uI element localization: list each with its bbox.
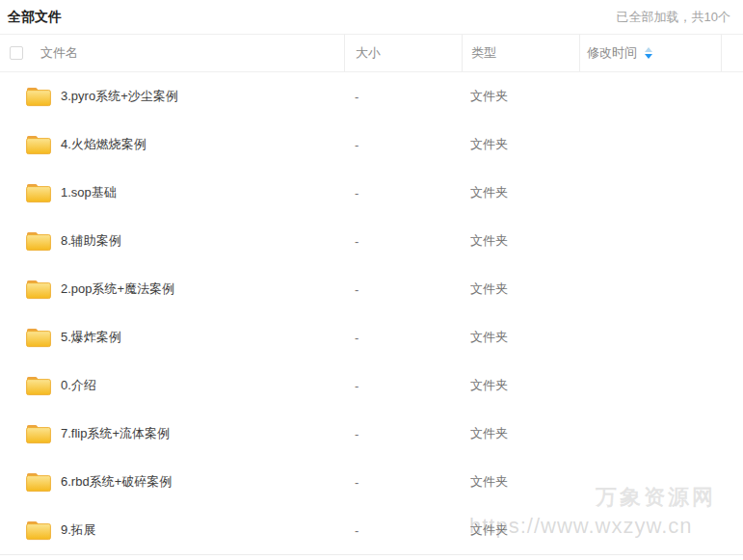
file-type: 文件夹 bbox=[462, 521, 579, 539]
file-name-cell: 7.flip系统+流体案例 bbox=[0, 422, 344, 445]
folder-icon bbox=[25, 374, 52, 397]
file-name[interactable]: 5.爆炸案例 bbox=[61, 329, 121, 346]
column-header-modified-label: 修改时间 bbox=[587, 44, 637, 62]
file-type: 文件夹 bbox=[462, 425, 579, 442]
file-size: - bbox=[344, 234, 462, 249]
file-size: - bbox=[344, 523, 462, 538]
folder-icon bbox=[25, 326, 52, 349]
sort-carets-icon[interactable] bbox=[645, 47, 652, 59]
file-row[interactable]: 5.爆炸案例 - 文件夹 bbox=[0, 313, 743, 361]
caret-down-icon bbox=[645, 54, 652, 59]
file-name-cell: 6.rbd系统+破碎案例 bbox=[0, 470, 344, 493]
topbar: 全部文件 已全部加载，共10个 bbox=[0, 0, 743, 34]
file-row[interactable]: 3.pyro系统+沙尘案例 - 文件夹 bbox=[0, 72, 743, 120]
select-all-cell bbox=[0, 35, 29, 71]
file-size: - bbox=[344, 90, 462, 104]
file-size: - bbox=[344, 331, 462, 345]
file-name[interactable]: 7.flip系统+流体案例 bbox=[61, 425, 170, 442]
file-type: 文件夹 bbox=[462, 232, 579, 250]
column-header-modified[interactable]: 修改时间 bbox=[579, 35, 721, 71]
file-name[interactable]: 0.介绍 bbox=[61, 377, 96, 394]
folder-icon bbox=[25, 85, 52, 108]
folder-icon bbox=[25, 519, 52, 542]
table-header: 文件名 大小 类型 修改时间 bbox=[0, 34, 743, 72]
column-header-name-label: 文件名 bbox=[40, 44, 78, 62]
file-name[interactable]: 4.火焰燃烧案例 bbox=[61, 136, 146, 153]
file-type: 文件夹 bbox=[462, 329, 579, 346]
file-name[interactable]: 1.sop基础 bbox=[61, 184, 117, 201]
file-name[interactable]: 9.拓展 bbox=[61, 521, 96, 539]
file-name-cell: 1.sop基础 bbox=[0, 181, 344, 204]
file-name-cell: 2.pop系统+魔法案例 bbox=[0, 278, 344, 301]
file-type: 文件夹 bbox=[462, 136, 579, 153]
file-size: - bbox=[344, 282, 462, 297]
file-row[interactable]: 9.拓展 - 文件夹 bbox=[0, 506, 743, 554]
file-size: - bbox=[344, 475, 462, 490]
column-header-name[interactable]: 文件名 bbox=[29, 35, 344, 71]
file-row[interactable]: 4.火焰燃烧案例 - 文件夹 bbox=[0, 120, 743, 169]
column-header-type-label: 类型 bbox=[471, 44, 496, 62]
file-size: - bbox=[344, 186, 462, 200]
file-size: - bbox=[344, 427, 462, 441]
folder-icon bbox=[25, 470, 52, 493]
file-type: 文件夹 bbox=[462, 184, 579, 201]
file-row[interactable]: 0.介绍 - 文件夹 bbox=[0, 361, 743, 410]
file-name-cell: 9.拓展 bbox=[0, 519, 344, 542]
file-type: 文件夹 bbox=[462, 473, 579, 491]
file-name[interactable]: 3.pyro系统+沙尘案例 bbox=[61, 88, 178, 105]
folder-icon bbox=[25, 278, 52, 301]
file-size: - bbox=[344, 379, 462, 393]
file-row[interactable]: 7.flip系统+流体案例 - 文件夹 bbox=[0, 410, 743, 458]
page-title: 全部文件 bbox=[8, 9, 62, 26]
column-header-extra bbox=[721, 35, 743, 71]
file-name-cell: 8.辅助案例 bbox=[0, 229, 344, 253]
folder-icon bbox=[25, 181, 52, 204]
folder-icon bbox=[25, 229, 52, 253]
file-name[interactable]: 6.rbd系统+破碎案例 bbox=[61, 473, 172, 491]
file-manager-page: 全部文件 已全部加载，共10个 文件名 大小 类型 修改时间 bbox=[0, 0, 743, 560]
file-name-cell: 3.pyro系统+沙尘案例 bbox=[0, 85, 344, 108]
file-type: 文件夹 bbox=[462, 280, 579, 298]
file-size: - bbox=[344, 138, 462, 152]
load-status: 已全部加载，共10个 bbox=[617, 9, 730, 26]
column-header-type[interactable]: 类型 bbox=[462, 35, 579, 71]
file-name-cell: 5.爆炸案例 bbox=[0, 326, 344, 349]
file-row[interactable]: 1.sop基础 - 文件夹 bbox=[0, 169, 743, 217]
file-name-cell: 0.介绍 bbox=[0, 374, 344, 397]
file-row[interactable]: 2.pop系统+魔法案例 - 文件夹 bbox=[0, 265, 743, 313]
column-header-size-label: 大小 bbox=[356, 44, 381, 62]
folder-icon bbox=[25, 133, 52, 156]
folder-icon bbox=[25, 422, 52, 445]
file-name-cell: 4.火焰燃烧案例 bbox=[0, 133, 344, 156]
file-row[interactable]: 6.rbd系统+破碎案例 - 文件夹 bbox=[0, 458, 743, 506]
file-type: 文件夹 bbox=[462, 377, 579, 394]
file-list: 3.pyro系统+沙尘案例 - 文件夹 4.火焰燃烧案例 bbox=[0, 72, 743, 555]
select-all-checkbox[interactable] bbox=[10, 46, 23, 60]
file-row[interactable]: 8.辅助案例 - 文件夹 bbox=[0, 217, 743, 265]
file-name[interactable]: 2.pop系统+魔法案例 bbox=[61, 280, 174, 298]
column-header-size[interactable]: 大小 bbox=[344, 35, 462, 71]
caret-up-icon bbox=[645, 47, 652, 52]
file-name[interactable]: 8.辅助案例 bbox=[61, 232, 121, 250]
file-type: 文件夹 bbox=[462, 88, 579, 105]
